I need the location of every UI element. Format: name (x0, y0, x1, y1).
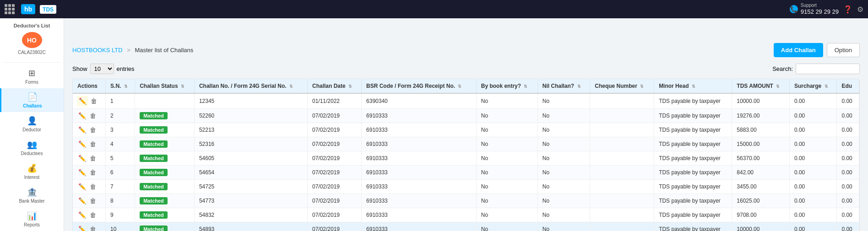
settings-icon[interactable]: ⚙ (857, 5, 863, 14)
cell-nil-challan: No (537, 222, 590, 231)
cell-bsr-code: 6910333 (362, 166, 477, 180)
sidebar-item-deductees[interactable]: 👥 Deductees (0, 136, 64, 160)
edit-button[interactable]: ✏️ (77, 182, 87, 191)
cell-tds-amount: 10000.00 (732, 93, 790, 109)
cell-minor-head: TDS payable by taxpayer (654, 222, 732, 231)
delete-button[interactable]: 🗑 (89, 125, 97, 134)
cell-surcharge: 0.00 (789, 208, 837, 222)
cell-tds-amount: 56370.00 (732, 151, 790, 166)
table-row: ✏️ 🗑 3 Matched 52213 07/02/2019 6910333 … (73, 123, 859, 137)
cell-actions: ✏️ 🗑 (73, 151, 106, 166)
search-input[interactable] (796, 64, 860, 74)
cell-actions: ✏️ 🗑 (73, 93, 106, 109)
cell-edu: 0.00 (837, 208, 859, 222)
col-sn[interactable]: S.N. ⇅ (106, 79, 135, 93)
cell-status: Matched (135, 208, 195, 222)
grid-menu-icon[interactable] (5, 4, 15, 14)
cell-by-book: No (476, 109, 537, 123)
cell-sn: 8 (106, 194, 135, 208)
sidebar-item-challans[interactable]: 📄 Challans (0, 88, 64, 112)
add-challan-button[interactable]: Add Challan (774, 43, 823, 57)
edit-button[interactable]: ✏️ (77, 168, 87, 177)
edit-button[interactable]: ✏️ (77, 96, 88, 106)
sidebar-item-interest[interactable]: 💰 Interest (0, 160, 64, 183)
cell-cheque (590, 166, 654, 180)
cell-surcharge: 0.00 (789, 180, 837, 194)
col-tds-amount[interactable]: TDS AMOUNT ⇅ (732, 79, 790, 93)
col-challan-no[interactable]: Challan No. / Form 24G Serial No. ⇅ (194, 79, 307, 93)
support-info: 📞 Support 9152 29 29 29 (790, 3, 839, 16)
cell-by-book: No (476, 123, 537, 137)
edit-button[interactable]: ✏️ (77, 225, 87, 231)
cell-edu: 0.00 (837, 222, 859, 231)
delete-button[interactable]: 🗑 (89, 182, 97, 191)
sidebar-item-bank-master[interactable]: 🏦 Bank Master (0, 183, 64, 207)
col-nil-challan[interactable]: Nil Challan? ⇅ (537, 79, 590, 93)
navbar: hb TDS 📞 Support 9152 29 29 29 ❓ ⚙ (0, 0, 868, 18)
cell-nil-challan: No (537, 93, 590, 109)
cell-nil-challan: No (537, 151, 590, 166)
delete-button[interactable]: 🗑 (89, 154, 97, 163)
edit-button[interactable]: ✏️ (77, 210, 87, 220)
col-edu[interactable]: Edu (837, 79, 859, 93)
sidebar-item-reports[interactable]: 📊 Reports (0, 207, 64, 231)
col-challan-date[interactable]: Challan Date ⇅ (307, 79, 361, 93)
cell-actions: ✏️ 🗑 (73, 194, 106, 208)
cell-tds-amount: 16025.00 (732, 194, 790, 208)
cell-minor-head: TDS payable by taxpayer (654, 137, 732, 151)
sidebar-label-bank-master: Bank Master (19, 199, 44, 204)
sidebar-item-forms[interactable]: ⊞ Forms (0, 64, 64, 88)
cell-challan-no: 54725 (194, 180, 307, 194)
table-controls: Show 10 25 50 100 entries Search: (72, 64, 860, 74)
cell-sn: 9 (106, 208, 135, 222)
cell-sn: 7 (106, 180, 135, 194)
logo-tds: TDS (40, 5, 56, 14)
bank-master-icon: 🏦 (27, 187, 37, 197)
cell-tds-amount: 9708.00 (732, 208, 790, 222)
cell-minor-head: TDS payable by taxpayer (654, 194, 732, 208)
edit-button[interactable]: ✏️ (77, 154, 87, 163)
cell-nil-challan: No (537, 208, 590, 222)
col-cheque[interactable]: Cheque Number ⇅ (590, 79, 654, 93)
edit-button[interactable]: ✏️ (77, 111, 87, 120)
breadcrumb-current: Master list of Challans (135, 47, 193, 54)
breadcrumb-parent[interactable]: HOSTBOOKS LTD (72, 47, 123, 54)
cell-actions: ✏️ 🗑 (73, 180, 106, 194)
table-row: ✏️ 🗑 8 Matched 54773 07/02/2019 6910333 … (73, 194, 859, 208)
edit-button[interactable]: ✏️ (77, 196, 87, 205)
cell-by-book: No (476, 151, 537, 166)
cell-challan-no: 54893 (194, 222, 307, 231)
cell-challan-no: 12345 (194, 93, 307, 109)
sidebar-item-deductor[interactable]: 👤 Deductor (0, 112, 64, 136)
cell-nil-challan: No (537, 166, 590, 180)
col-bsr-code[interactable]: BSR Code / Form 24G Receipt No. ⇅ (362, 79, 477, 93)
challans-table-wrapper: Actions S.N. ⇅ Challan Status ⇅ Challan … (72, 79, 860, 231)
col-challan-status[interactable]: Challan Status ⇅ (135, 79, 195, 93)
cell-sn: 4 (106, 137, 135, 151)
cell-cheque (590, 93, 654, 109)
delete-button[interactable]: 🗑 (89, 111, 97, 120)
option-button[interactable]: Option (827, 43, 860, 57)
cell-bsr-code: 6910333 (362, 123, 477, 137)
delete-button[interactable]: 🗑 (89, 140, 97, 149)
cell-tds-amount: 19276.00 (732, 109, 790, 123)
edit-button[interactable]: ✏️ (77, 125, 87, 134)
table-row: ✏️ 🗑 2 Matched 52260 07/02/2019 6910333 … (73, 109, 859, 123)
cell-nil-challan: No (537, 137, 590, 151)
cell-surcharge: 0.00 (789, 166, 837, 180)
col-minor-head[interactable]: Minor Head ⇅ (654, 79, 732, 93)
col-by-book[interactable]: By book entry? ⇅ (476, 79, 537, 93)
top-bar: HOSTBOOKS LTD > Master list of Challans … (72, 43, 860, 57)
edit-button[interactable]: ✏️ (77, 140, 87, 149)
col-surcharge[interactable]: Surcharge ⇅ (789, 79, 837, 93)
cell-cheque (590, 194, 654, 208)
delete-button[interactable]: 🗑 (89, 210, 97, 220)
help-icon[interactable]: ❓ (843, 5, 852, 14)
interest-icon: 💰 (27, 163, 37, 173)
cell-challan-no: 54605 (194, 151, 307, 166)
delete-button[interactable]: 🗑 (89, 196, 97, 205)
entries-select[interactable]: 10 25 50 100 (90, 64, 114, 74)
delete-button[interactable]: 🗑 (89, 168, 97, 177)
delete-button[interactable]: 🗑 (90, 97, 98, 106)
delete-button[interactable]: 🗑 (89, 225, 97, 231)
